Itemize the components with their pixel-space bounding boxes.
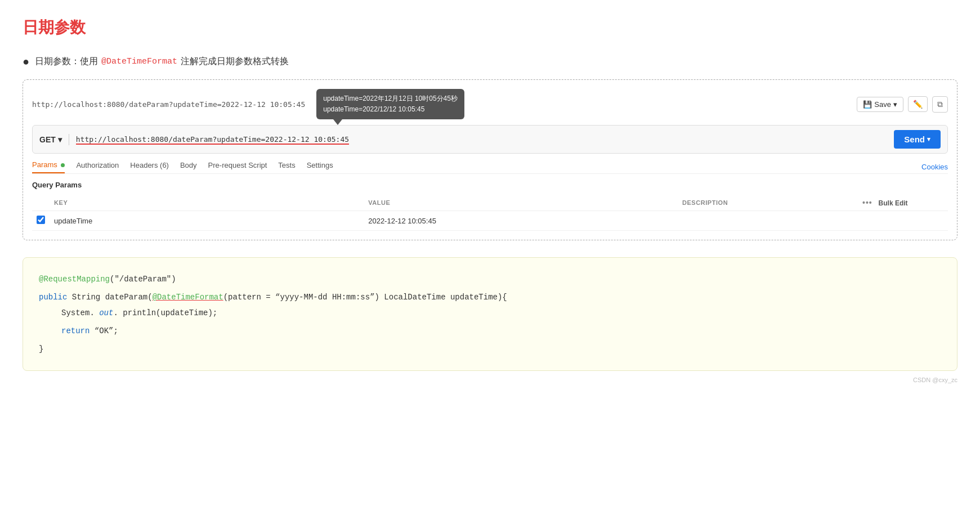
code-println: . println(updateTime); bbox=[113, 308, 217, 317]
code-return-value: “OK”; bbox=[95, 326, 118, 335]
table-row: updateTime 2022-12-12 10:05:45 bbox=[32, 211, 948, 231]
th-description: DESCRIPTION bbox=[678, 195, 858, 211]
code-public: public bbox=[39, 293, 67, 302]
tab-pre-request[interactable]: Pre-request Script bbox=[208, 161, 267, 173]
row-checkbox-cell[interactable] bbox=[32, 211, 50, 231]
send-chevron-icon: ▾ bbox=[927, 136, 930, 143]
bullet: ● bbox=[23, 55, 29, 68]
tab-tests[interactable]: Tests bbox=[278, 161, 295, 173]
th-value: VALUE bbox=[364, 195, 678, 211]
request-url-text: http://localhost:8080/dateParam?updateTi… bbox=[76, 135, 349, 145]
code-close-brace: } bbox=[39, 344, 43, 353]
row-value: 2022-12-12 10:05:45 bbox=[364, 211, 678, 231]
code-out: out bbox=[99, 308, 113, 317]
tab-params-dot bbox=[61, 163, 65, 167]
method-chevron-icon: ▾ bbox=[58, 135, 62, 144]
code-line4: return “OK”; bbox=[61, 323, 941, 339]
intro-annotation: @DateTimeFormat bbox=[101, 57, 177, 66]
edit-icon-button[interactable]: ✏️ bbox=[908, 96, 928, 112]
send-label: Send bbox=[904, 135, 925, 144]
code-line5: } bbox=[39, 341, 941, 357]
code-string: String dateParam( bbox=[72, 293, 153, 302]
tab-body[interactable]: Body bbox=[180, 161, 197, 173]
tab-headers[interactable]: Headers (6) bbox=[130, 161, 169, 173]
copy-icon-button[interactable]: ⧉ bbox=[932, 96, 948, 113]
code-pattern: (pattern = “yyyy-MM-dd HH:mm:ss”) LocalD… bbox=[223, 293, 507, 302]
url-top-right: 💾 Save ▾ ✏️ ⧉ bbox=[857, 96, 948, 113]
code-system: System. bbox=[61, 308, 99, 317]
query-params-label: Query Params bbox=[32, 181, 948, 189]
tabs-row: Params Authorization Headers (6) Body Pr… bbox=[32, 160, 948, 174]
code-annotation-request: @RequestMapping bbox=[39, 275, 110, 284]
save-chevron-icon: ▾ bbox=[893, 100, 897, 109]
code-line3: System. out. println(updateTime); bbox=[61, 305, 941, 321]
row-key: updateTime bbox=[50, 211, 364, 231]
method-label: GET bbox=[39, 135, 56, 144]
csdn-watermark: CSDN @cxy_zc bbox=[23, 377, 957, 383]
tab-authorization-label: Authorization bbox=[76, 161, 119, 169]
url-bar-top: http://localhost:8080/dateParam?updateTi… bbox=[32, 89, 948, 119]
save-label: Save bbox=[874, 100, 891, 109]
row-checkbox[interactable] bbox=[37, 216, 45, 224]
request-url-field[interactable]: http://localhost:8080/dateParam?updateTi… bbox=[76, 135, 890, 144]
section-intro: ● 日期参数：使用 @DateTimeFormat 注解完成日期参数格式转换 bbox=[23, 55, 957, 68]
tab-cookies-label: Cookies bbox=[921, 163, 948, 171]
tab-headers-label: Headers (6) bbox=[130, 161, 169, 169]
tab-tests-label: Tests bbox=[278, 161, 295, 169]
tab-params-label: Params bbox=[32, 160, 57, 169]
save-button[interactable]: 💾 Save ▾ bbox=[857, 97, 903, 112]
save-disk-icon: 💾 bbox=[863, 100, 872, 109]
tooltip-box: updateTime=2022年12月12日 10时05分45秒 updateT… bbox=[316, 89, 464, 119]
tab-body-label: Body bbox=[180, 161, 197, 169]
copy-icon: ⧉ bbox=[937, 100, 943, 109]
request-row: GET ▾ http://localhost:8080/dateParam?up… bbox=[32, 125, 948, 154]
url-top-display: http://localhost:8080/dateParam?updateTi… bbox=[32, 100, 305, 109]
bulk-edit-button[interactable]: Bulk Edit bbox=[879, 199, 908, 207]
code-datetime-annotation: @DateTimeFormat bbox=[153, 293, 223, 302]
tab-params[interactable]: Params bbox=[32, 160, 65, 173]
dots-icon: ••• bbox=[862, 198, 872, 207]
method-divider bbox=[69, 134, 69, 145]
page-title: 日期参数 bbox=[23, 17, 957, 38]
code-line2: public String dateParam(@DateTimeFormat(… bbox=[39, 289, 941, 305]
row-bulk-cell bbox=[858, 211, 948, 231]
tab-authorization[interactable]: Authorization bbox=[76, 161, 119, 173]
code-line1: @RequestMapping("/dateParam") bbox=[39, 271, 941, 287]
tooltip-line1: updateTime=2022年12月12日 10时05分45秒 bbox=[323, 93, 458, 104]
row-description bbox=[678, 211, 858, 231]
tooltip-line2: updateTime=2022/12/12 10:05:45 bbox=[323, 104, 458, 115]
code-return: return bbox=[61, 326, 90, 335]
tab-settings[interactable]: Settings bbox=[307, 161, 333, 173]
send-button[interactable]: Send ▾ bbox=[894, 130, 941, 149]
intro-text2: 注解完成日期参数格式转换 bbox=[181, 56, 289, 68]
code-annotation-path: ("/dateParam") bbox=[110, 275, 176, 284]
postman-panel: http://localhost:8080/dateParam?updateTi… bbox=[23, 79, 957, 240]
code-block: @RequestMapping("/dateParam") public Str… bbox=[23, 257, 957, 371]
tab-pre-request-label: Pre-request Script bbox=[208, 161, 267, 169]
th-checkbox bbox=[32, 195, 50, 211]
tab-settings-label: Settings bbox=[307, 161, 333, 169]
params-table: KEY VALUE DESCRIPTION ••• Bulk Edit upda… bbox=[32, 195, 948, 231]
pencil-icon: ✏️ bbox=[913, 100, 923, 109]
th-key: KEY bbox=[50, 195, 364, 211]
intro-text1: 日期参数：使用 bbox=[35, 56, 98, 68]
tab-cookies[interactable]: Cookies bbox=[921, 163, 948, 171]
th-bulk: ••• Bulk Edit bbox=[858, 195, 948, 211]
method-select[interactable]: GET ▾ bbox=[39, 135, 62, 144]
